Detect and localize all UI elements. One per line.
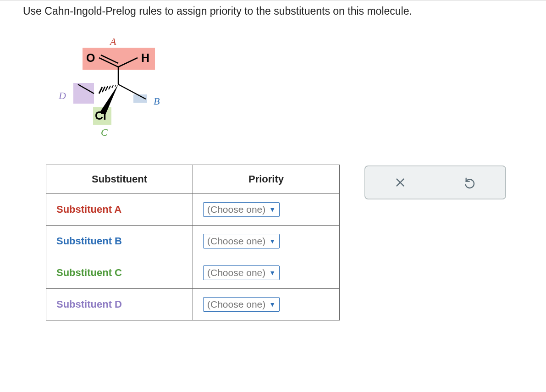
priority-table: Substituent Priority Substituent A (Choo… — [46, 165, 340, 320]
svg-line-10 — [99, 87, 102, 94]
label-C: C — [101, 127, 108, 138]
substituent-A-label: Substituent A — [46, 194, 193, 226]
bond-lines — [50, 35, 174, 145]
dropdown-text: (Choose one) — [207, 236, 265, 247]
substituent-D-label: Substituent D — [46, 289, 193, 320]
atom-H: H — [141, 51, 149, 65]
chevron-down-icon: ▼ — [269, 269, 276, 276]
dropdown-text: (Choose one) — [207, 204, 265, 215]
svg-line-2 — [101, 55, 118, 63]
undo-icon — [464, 176, 477, 189]
close-icon — [394, 176, 407, 189]
chevron-down-icon: ▼ — [269, 237, 276, 245]
label-D: D — [59, 90, 66, 102]
svg-line-4 — [118, 84, 146, 99]
table-row: Substituent A (Choose one) ▼ — [46, 194, 340, 226]
table-row: Substituent C (Choose one) ▼ — [46, 257, 340, 289]
priority-dropdown-A[interactable]: (Choose one) ▼ — [203, 202, 280, 217]
action-panel — [364, 166, 506, 199]
label-B: B — [154, 95, 160, 107]
label-A: A — [110, 36, 116, 48]
priority-dropdown-D[interactable]: (Choose one) ▼ — [203, 297, 280, 312]
svg-line-8 — [105, 86, 108, 91]
table-row: Substituent D (Choose one) ▼ — [46, 289, 340, 320]
atom-Cl: Cl — [95, 109, 106, 122]
clear-button[interactable] — [391, 173, 409, 192]
chevron-down-icon: ▼ — [269, 206, 276, 213]
molecule-diagram: O H Cl A B C D — [50, 35, 174, 145]
header-priority: Priority — [193, 165, 340, 194]
dropdown-text: (Choose one) — [207, 267, 265, 278]
atom-O: O — [86, 51, 95, 65]
table-row: Substituent B (Choose one) ▼ — [46, 226, 340, 257]
priority-dropdown-C[interactable]: (Choose one) ▼ — [203, 265, 280, 280]
svg-line-3 — [118, 58, 138, 67]
svg-line-7 — [109, 86, 110, 89]
question-text: Use Cahn-Ingold-Prelog rules to assign p… — [23, 5, 541, 17]
svg-line-11 — [78, 84, 94, 94]
reset-button[interactable] — [461, 173, 480, 192]
svg-line-6 — [112, 85, 113, 88]
substituent-C-label: Substituent C — [46, 257, 193, 289]
question-container: Use Cahn-Ingold-Prelog rules to assign p… — [0, 0, 546, 392]
dropdown-text: (Choose one) — [207, 299, 265, 310]
header-substituent: Substituent — [46, 165, 193, 194]
chevron-down-icon: ▼ — [269, 301, 276, 308]
substituent-B-label: Substituent B — [46, 226, 193, 257]
svg-line-5 — [115, 85, 116, 87]
priority-dropdown-B[interactable]: (Choose one) ▼ — [203, 234, 280, 248]
